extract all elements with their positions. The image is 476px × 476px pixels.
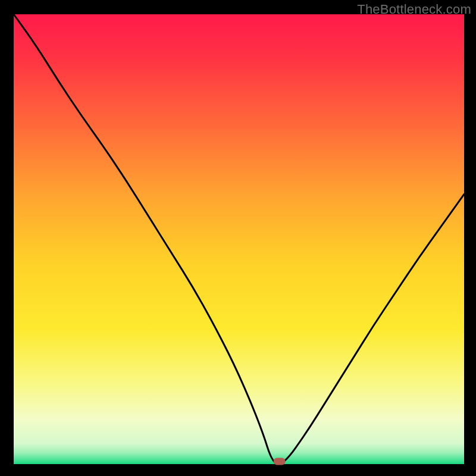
bottleneck-chart (0, 0, 476, 476)
chart-container: TheBottleneck.com (0, 0, 476, 476)
gradient-background (14, 14, 464, 464)
optimal-point-marker (274, 458, 286, 465)
watermark-text: TheBottleneck.com (357, 2, 471, 17)
